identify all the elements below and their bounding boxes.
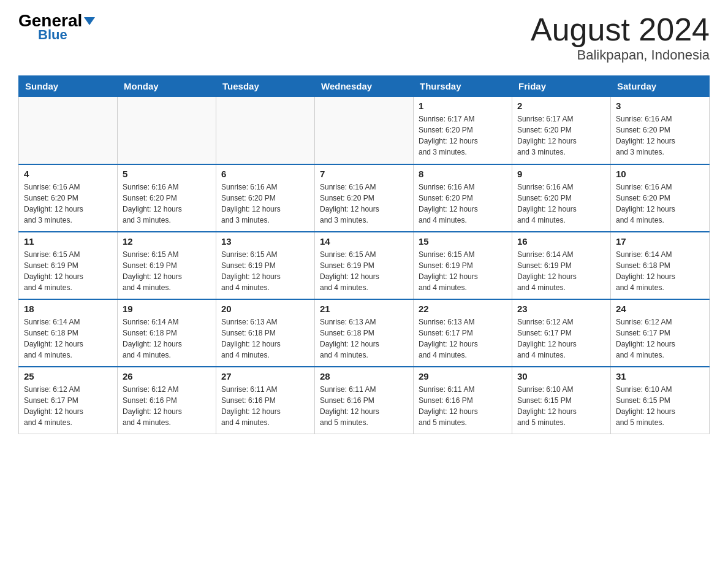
day-number: 17: [616, 236, 704, 247]
day-number: 19: [123, 304, 211, 314]
calendar-cell: 5Sunrise: 6:16 AM Sunset: 6:20 PM Daylig…: [118, 164, 216, 232]
calendar-cell: 22Sunrise: 6:13 AM Sunset: 6:17 PM Dayli…: [414, 299, 512, 367]
day-info: Sunrise: 6:12 AM Sunset: 6:17 PM Dayligh…: [616, 316, 704, 361]
day-number: 30: [517, 371, 605, 381]
calendar-cell: 7Sunrise: 6:16 AM Sunset: 6:20 PM Daylig…: [315, 164, 414, 232]
calendar-cell: 16Sunrise: 6:14 AM Sunset: 6:19 PM Dayli…: [512, 232, 611, 299]
day-info: Sunrise: 6:15 AM Sunset: 6:19 PM Dayligh…: [419, 249, 507, 293]
calendar-cell: [118, 97, 216, 164]
calendar-cell: 10Sunrise: 6:16 AM Sunset: 6:20 PM Dayli…: [611, 164, 710, 232]
day-header-monday: Monday: [118, 76, 216, 97]
calendar-cell: 2Sunrise: 6:17 AM Sunset: 6:20 PM Daylig…: [512, 97, 611, 164]
calendar-cell: 11Sunrise: 6:15 AM Sunset: 6:19 PM Dayli…: [19, 232, 118, 299]
calendar-cell: 13Sunrise: 6:15 AM Sunset: 6:19 PM Dayli…: [216, 232, 315, 299]
calendar-cell: 14Sunrise: 6:15 AM Sunset: 6:19 PM Dayli…: [315, 232, 414, 299]
day-header-thursday: Thursday: [414, 76, 512, 97]
day-info: Sunrise: 6:10 AM Sunset: 6:15 PM Dayligh…: [616, 384, 704, 428]
calendar-cell: 20Sunrise: 6:13 AM Sunset: 6:18 PM Dayli…: [216, 299, 315, 367]
day-info: Sunrise: 6:13 AM Sunset: 6:18 PM Dayligh…: [221, 316, 309, 361]
calendar-table: SundayMondayTuesdayWednesdayThursdayFrid…: [18, 75, 710, 434]
calendar-cell: 25Sunrise: 6:12 AM Sunset: 6:17 PM Dayli…: [19, 367, 118, 434]
day-number: 25: [24, 371, 112, 381]
day-header-sunday: Sunday: [19, 76, 118, 97]
calendar-cell: 31Sunrise: 6:10 AM Sunset: 6:15 PM Dayli…: [611, 367, 710, 434]
calendar-cell: 12Sunrise: 6:15 AM Sunset: 6:19 PM Dayli…: [118, 232, 216, 299]
day-number: 14: [320, 236, 408, 247]
day-info: Sunrise: 6:14 AM Sunset: 6:19 PM Dayligh…: [517, 249, 605, 293]
location-title: Balikpapan, Indonesia: [531, 47, 710, 63]
day-number: 23: [517, 304, 605, 314]
calendar-cell: 17Sunrise: 6:14 AM Sunset: 6:18 PM Dayli…: [611, 232, 710, 299]
day-info: Sunrise: 6:16 AM Sunset: 6:20 PM Dayligh…: [616, 113, 704, 158]
calendar-cell: 24Sunrise: 6:12 AM Sunset: 6:17 PM Dayli…: [611, 299, 710, 367]
day-info: Sunrise: 6:16 AM Sunset: 6:20 PM Dayligh…: [221, 182, 309, 226]
calendar-week-row: 1Sunrise: 6:17 AM Sunset: 6:20 PM Daylig…: [19, 97, 710, 164]
day-info: Sunrise: 6:17 AM Sunset: 6:20 PM Dayligh…: [419, 113, 507, 158]
day-info: Sunrise: 6:12 AM Sunset: 6:17 PM Dayligh…: [517, 316, 605, 361]
day-number: 1: [419, 101, 507, 111]
calendar-cell: [216, 97, 315, 164]
day-info: Sunrise: 6:14 AM Sunset: 6:18 PM Dayligh…: [24, 316, 112, 361]
day-info: Sunrise: 6:10 AM Sunset: 6:15 PM Dayligh…: [517, 384, 605, 428]
calendar-cell: 4Sunrise: 6:16 AM Sunset: 6:20 PM Daylig…: [19, 164, 118, 232]
day-number: 9: [517, 169, 605, 179]
calendar-cell: 8Sunrise: 6:16 AM Sunset: 6:20 PM Daylig…: [414, 164, 512, 232]
calendar-cell: 19Sunrise: 6:14 AM Sunset: 6:18 PM Dayli…: [118, 299, 216, 367]
calendar-week-row: 18Sunrise: 6:14 AM Sunset: 6:18 PM Dayli…: [19, 299, 710, 367]
calendar-cell: 21Sunrise: 6:13 AM Sunset: 6:18 PM Dayli…: [315, 299, 414, 367]
day-number: 13: [221, 236, 309, 247]
day-number: 7: [320, 169, 408, 179]
day-number: 27: [221, 371, 309, 381]
month-title: August 2024: [531, 12, 710, 47]
day-info: Sunrise: 6:12 AM Sunset: 6:16 PM Dayligh…: [123, 384, 211, 428]
day-number: 16: [517, 236, 605, 247]
calendar-week-row: 25Sunrise: 6:12 AM Sunset: 6:17 PM Dayli…: [19, 367, 710, 434]
day-info: Sunrise: 6:12 AM Sunset: 6:17 PM Dayligh…: [24, 384, 112, 428]
day-info: Sunrise: 6:15 AM Sunset: 6:19 PM Dayligh…: [24, 249, 112, 293]
day-header-saturday: Saturday: [611, 76, 710, 97]
day-info: Sunrise: 6:15 AM Sunset: 6:19 PM Dayligh…: [123, 249, 211, 293]
day-info: Sunrise: 6:14 AM Sunset: 6:18 PM Dayligh…: [123, 316, 211, 361]
day-number: 8: [419, 169, 507, 179]
calendar-cell: 30Sunrise: 6:10 AM Sunset: 6:15 PM Dayli…: [512, 367, 611, 434]
calendar-cell: 1Sunrise: 6:17 AM Sunset: 6:20 PM Daylig…: [414, 97, 512, 164]
day-info: Sunrise: 6:11 AM Sunset: 6:16 PM Dayligh…: [419, 384, 507, 428]
day-info: Sunrise: 6:16 AM Sunset: 6:20 PM Dayligh…: [419, 182, 507, 226]
day-info: Sunrise: 6:13 AM Sunset: 6:17 PM Dayligh…: [419, 316, 507, 361]
calendar-cell: 9Sunrise: 6:16 AM Sunset: 6:20 PM Daylig…: [512, 164, 611, 232]
day-header-tuesday: Tuesday: [216, 76, 315, 97]
day-header-wednesday: Wednesday: [315, 76, 414, 97]
calendar-header-row: SundayMondayTuesdayWednesdayThursdayFrid…: [19, 76, 710, 97]
day-info: Sunrise: 6:17 AM Sunset: 6:20 PM Dayligh…: [517, 113, 605, 158]
calendar-cell: 3Sunrise: 6:16 AM Sunset: 6:20 PM Daylig…: [611, 97, 710, 164]
day-number: 15: [419, 236, 507, 247]
calendar-week-row: 4Sunrise: 6:16 AM Sunset: 6:20 PM Daylig…: [19, 164, 710, 232]
day-number: 18: [24, 304, 112, 314]
calendar-cell: 26Sunrise: 6:12 AM Sunset: 6:16 PM Dayli…: [118, 367, 216, 434]
day-info: Sunrise: 6:15 AM Sunset: 6:19 PM Dayligh…: [221, 249, 309, 293]
day-number: 11: [24, 236, 112, 247]
logo-blue-text: Blue: [38, 27, 67, 43]
day-number: 12: [123, 236, 211, 247]
day-info: Sunrise: 6:16 AM Sunset: 6:20 PM Dayligh…: [517, 182, 605, 226]
day-info: Sunrise: 6:16 AM Sunset: 6:20 PM Dayligh…: [616, 182, 704, 226]
day-number: 24: [616, 304, 704, 314]
calendar-cell: 28Sunrise: 6:11 AM Sunset: 6:16 PM Dayli…: [315, 367, 414, 434]
page-header: General Blue August 2024 Balikpapan, Ind…: [18, 12, 710, 63]
day-number: 22: [419, 304, 507, 314]
day-number: 31: [616, 371, 704, 381]
calendar-cell: 15Sunrise: 6:15 AM Sunset: 6:19 PM Dayli…: [414, 232, 512, 299]
calendar-week-row: 11Sunrise: 6:15 AM Sunset: 6:19 PM Dayli…: [19, 232, 710, 299]
calendar-cell: 18Sunrise: 6:14 AM Sunset: 6:18 PM Dayli…: [19, 299, 118, 367]
day-number: 29: [419, 371, 507, 381]
logo: General Blue: [18, 12, 95, 43]
calendar-cell: [19, 97, 118, 164]
day-info: Sunrise: 6:11 AM Sunset: 6:16 PM Dayligh…: [320, 384, 408, 428]
calendar-cell: 6Sunrise: 6:16 AM Sunset: 6:20 PM Daylig…: [216, 164, 315, 232]
day-number: 4: [24, 169, 112, 179]
day-info: Sunrise: 6:13 AM Sunset: 6:18 PM Dayligh…: [320, 316, 408, 361]
day-number: 2: [517, 101, 605, 111]
day-info: Sunrise: 6:11 AM Sunset: 6:16 PM Dayligh…: [221, 384, 309, 428]
day-info: Sunrise: 6:16 AM Sunset: 6:20 PM Dayligh…: [123, 182, 211, 226]
calendar-cell: 23Sunrise: 6:12 AM Sunset: 6:17 PM Dayli…: [512, 299, 611, 367]
